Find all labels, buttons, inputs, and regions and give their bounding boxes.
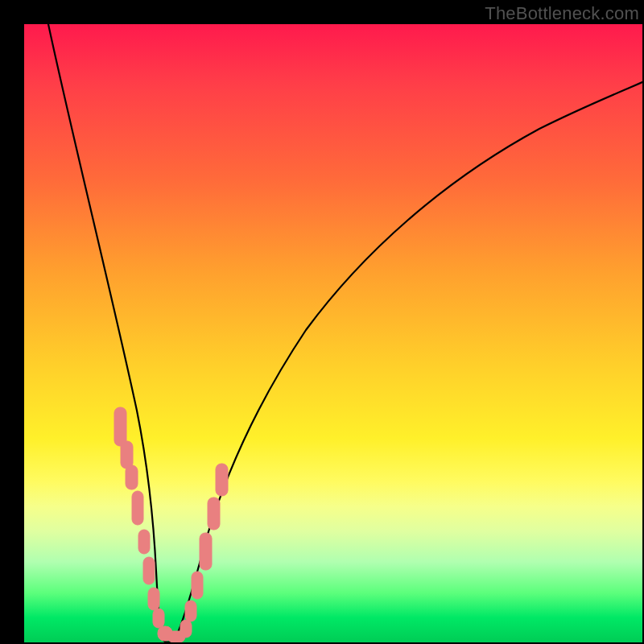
watermark-text: TheBottleneck.com [485, 3, 639, 24]
bottleneck-curve [48, 24, 642, 642]
curve-marker [138, 530, 150, 554]
chart-svg [24, 24, 642, 642]
curve-marker [180, 620, 192, 638]
chart-frame: TheBottleneck.com [0, 0, 644, 644]
curve-marker [192, 572, 203, 599]
curve-marker [200, 533, 212, 570]
curve-marker [121, 441, 133, 469]
curve-marker [148, 588, 159, 610]
marker-group [114, 407, 228, 642]
curve-marker [208, 497, 220, 530]
curve-marker [143, 557, 155, 584]
curve-marker [114, 407, 126, 446]
curve-marker [216, 464, 228, 496]
curve-marker [126, 465, 138, 489]
curve-marker [132, 491, 143, 525]
curve-marker [185, 601, 196, 621]
plot-area [24, 24, 642, 642]
curve-marker [153, 609, 164, 628]
